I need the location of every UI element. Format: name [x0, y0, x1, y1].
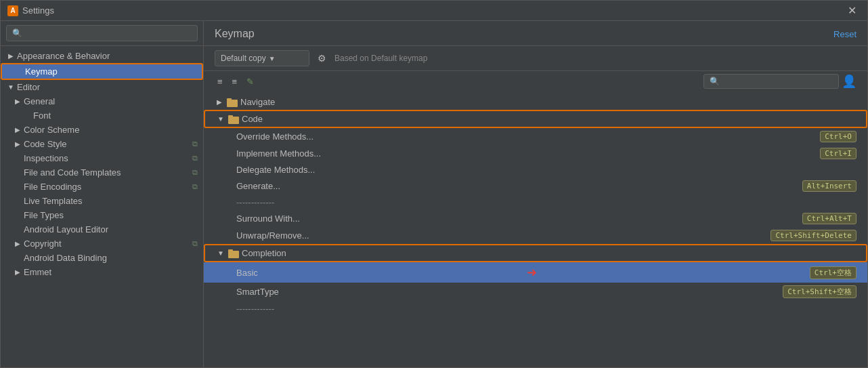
sidebar-item-editor[interactable]: ▼ Editor [1, 80, 203, 94]
arrow-icon: ▶ [13, 125, 22, 135]
arrow-icon: ▼ [6, 83, 16, 92]
folder-icon [227, 98, 238, 107]
arrow-icon: ▼ [216, 115, 225, 124]
sidebar-item-label: Android Layout Editor [24, 224, 108, 234]
reset-button[interactable]: Reset [833, 29, 856, 39]
app-icon: A [7, 5, 18, 16]
sidebar-item-label: Keymap [25, 66, 58, 77]
arrow-icon: ▶ [6, 52, 16, 61]
sidebar-item-keymap[interactable]: Keymap [1, 63, 203, 80]
arrow-icon: ▶ [13, 97, 22, 106]
sidebar-item-file-types[interactable]: File Types [1, 208, 203, 222]
shortcut-badge: Ctrl+I [820, 148, 856, 159]
key-tree-surround-with[interactable]: Surround With... Ctrl+Alt+T [204, 210, 867, 227]
sidebar-search-input[interactable] [6, 25, 198, 41]
shortcut-badge: Ctrl+Shift+空格 [783, 285, 856, 298]
sidebar-item-label: File Types [24, 210, 64, 220]
expand-all-button[interactable]: ≡ [215, 75, 225, 88]
key-tree-completion[interactable]: ▼ Completion [204, 244, 867, 262]
tree-actions-bar: ≡ ≡ ✎ 👤 [204, 71, 867, 91]
sidebar-item-general[interactable]: ▶ General [1, 94, 203, 108]
copy-icon: ⧉ [192, 140, 198, 148]
keymap-toolbar: Default copy ▼ ⚙ Based on Default keymap [204, 46, 867, 71]
sidebar-item-emmet[interactable]: ▶ Emmet [1, 265, 203, 279]
key-tree-divider1: ------------- [204, 195, 867, 210]
arrow-placeholder [22, 111, 32, 121]
sidebar-item-live-templates[interactable]: Live Templates [1, 194, 203, 208]
sidebar-item-file-encodings[interactable]: File Encodings ⧉ [1, 180, 203, 194]
settings-window: A Settings ✕ ▶ Appearance & Behavior Key… [0, 0, 868, 368]
key-tree-delegate-methods[interactable]: Delegate Methods... [204, 162, 867, 178]
main-title: Keymap [215, 28, 255, 40]
arrow-placeholder [14, 67, 24, 77]
arrow-placeholder [13, 182, 22, 192]
key-tree-item-label: Navigate [240, 97, 275, 107]
shortcut-badge: Alt+Insert [802, 180, 856, 192]
arrow-placeholder [13, 211, 22, 220]
divider-label: ------------- [236, 197, 274, 207]
sidebar-item-appearance[interactable]: ▶ Appearance & Behavior [1, 49, 203, 63]
copy-icon: ⧉ [192, 168, 198, 177]
key-tree-item-label: Generate... [236, 181, 280, 191]
arrow-placeholder [13, 197, 22, 206]
chevron-down-icon: ▼ [269, 55, 276, 62]
sidebar-item-android-layout-editor[interactable]: Android Layout Editor [1, 222, 203, 237]
copy-icon: ⧉ [192, 239, 198, 248]
sidebar-item-label: Emmet [24, 267, 51, 277]
edit-button[interactable]: ✎ [244, 75, 257, 88]
sidebar-item-copyright[interactable]: ▶ Copyright ⧉ [1, 237, 203, 251]
svg-rect-3 [228, 115, 233, 117]
sidebar-item-android-data-binding[interactable]: Android Data Binding [1, 251, 203, 265]
key-tree-generate[interactable]: Generate... Alt+Insert [204, 178, 867, 195]
key-tree-smarttype[interactable]: SmartType Ctrl+Shift+空格 [204, 283, 867, 301]
gear-button[interactable]: ⚙ [315, 52, 329, 65]
shortcut-badge: Ctrl+O [820, 131, 856, 142]
svg-rect-4 [228, 251, 239, 258]
sidebar-item-label: Code Style [24, 139, 67, 149]
dropdown-value: Default copy [221, 54, 266, 63]
key-tree-implement-methods[interactable]: Implement Methods... Ctrl+I [204, 145, 867, 162]
sidebar-item-code-style[interactable]: ▶ Code Style ⧉ [1, 137, 203, 151]
divider-label: ------------- [236, 304, 274, 314]
key-tree-item-label: Delegate Methods... [236, 165, 315, 175]
key-tree-item-label: Completion [242, 248, 286, 258]
title-bar: A Settings ✕ [1, 1, 867, 21]
key-tree-item-label: Override Methods... [236, 131, 313, 142]
arrow-icon: ▼ [216, 249, 225, 258]
svg-rect-1 [227, 98, 232, 100]
key-tree-unwrap-remove[interactable]: Unwrap/Remove... Ctrl+Shift+Delete [204, 227, 867, 244]
key-tree: ▶ Navigate ▼ Code [204, 91, 867, 367]
arrow-icon: ▶ [215, 98, 224, 107]
keymap-search-input[interactable] [703, 74, 839, 89]
main-header: Keymap Reset [204, 21, 867, 46]
sidebar-item-label: Inspections [24, 153, 68, 163]
collapse-all-button[interactable]: ≡ [230, 75, 240, 88]
based-on-text: Based on Default keymap [334, 54, 427, 63]
sidebar-item-color-scheme[interactable]: ▶ Color Scheme [1, 123, 203, 137]
sidebar-item-font[interactable]: Font [1, 108, 203, 123]
close-button[interactable]: ✕ [844, 3, 861, 18]
sidebar-search-bar [1, 21, 203, 46]
key-tree-navigate[interactable]: ▶ Navigate [204, 94, 867, 110]
sidebar-item-label: Android Data Binding [24, 253, 107, 263]
sidebar-item-label: Live Templates [24, 196, 82, 206]
sidebar-item-label: Editor [17, 82, 40, 92]
sidebar-item-label: Color Scheme [24, 125, 79, 135]
sidebar-item-label: Appearance & Behavior [17, 51, 110, 61]
key-tree-override-methods[interactable]: Override Methods... Ctrl+O [204, 128, 867, 145]
key-tree-basic[interactable]: Basic ➜ Ctrl+空格 [204, 262, 867, 283]
key-tree-item-label: Unwrap/Remove... [236, 230, 309, 241]
arrow-icon: ▶ [13, 268, 22, 277]
shortcut-badge: Ctrl+空格 [810, 266, 856, 279]
keymap-dropdown[interactable]: Default copy ▼ [215, 50, 309, 66]
sidebar-item-inspections[interactable]: Inspections ⧉ [1, 151, 203, 165]
svg-rect-5 [228, 249, 233, 251]
sidebar-item-label: File and Code Templates [24, 167, 121, 178]
arrow-placeholder [13, 168, 22, 178]
key-tree-item-label: Implement Methods... [236, 148, 321, 159]
arrow-icon: ▶ [13, 140, 22, 149]
shortcut-badge: Ctrl+Alt+T [802, 213, 856, 224]
folder-open-icon [228, 115, 239, 124]
key-tree-code[interactable]: ▼ Code [204, 110, 867, 128]
sidebar-item-file-code-templates[interactable]: File and Code Templates ⧉ [1, 165, 203, 180]
